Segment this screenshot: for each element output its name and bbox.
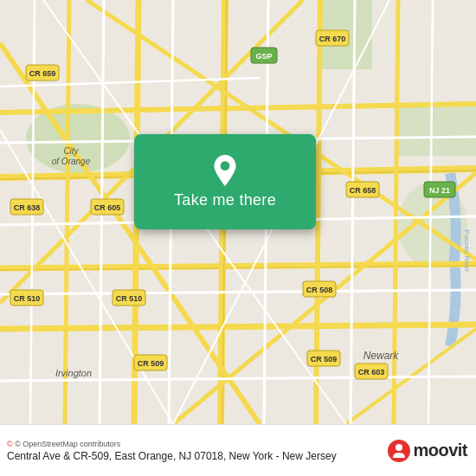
svg-text:CR 509: CR 509 <box>311 355 338 363</box>
svg-text:City: City <box>63 146 79 156</box>
svg-point-67 <box>221 161 230 170</box>
svg-text:Newark: Newark <box>363 350 400 362</box>
svg-text:CR 670: CR 670 <box>319 35 346 43</box>
svg-text:CR 509: CR 509 <box>138 359 164 368</box>
bottom-bar: © © OpenStreetMap contributors Central A… <box>0 424 476 476</box>
svg-text:GSP: GSP <box>255 52 272 61</box>
osm-credit: © © OpenStreetMap contributors <box>7 440 337 448</box>
svg-text:CR 603: CR 603 <box>358 368 385 376</box>
svg-text:CR 510: CR 510 <box>116 294 143 303</box>
svg-line-9 <box>0 325 476 329</box>
svg-text:CR 605: CR 605 <box>94 203 121 212</box>
svg-point-69 <box>396 444 402 451</box>
location-pin-icon <box>209 155 241 186</box>
moovit-text: moovit <box>413 441 467 460</box>
address-text: Central Ave & CR-509, East Orange, NJ 07… <box>7 450 337 462</box>
svg-text:NJ 21: NJ 21 <box>429 186 450 195</box>
take-me-there-button[interactable]: Take me there <box>134 134 316 229</box>
moovit-icon <box>387 439 411 463</box>
moovit-logo: moovit <box>387 439 467 463</box>
bottom-left-info: © © OpenStreetMap contributors Central A… <box>7 440 337 462</box>
svg-text:CR 510: CR 510 <box>14 294 41 303</box>
button-label: Take me there <box>174 191 276 209</box>
map-background: CR 659 CR 638 CR 605 CR 670 CR 658 NJ 21… <box>0 0 476 424</box>
svg-text:CR 658: CR 658 <box>350 186 376 195</box>
map-container: CR 659 CR 638 CR 605 CR 670 CR 658 NJ 21… <box>0 0 476 424</box>
svg-rect-3 <box>398 104 476 156</box>
svg-text:CR 638: CR 638 <box>14 203 41 212</box>
svg-text:of Orange: of Orange <box>52 157 91 166</box>
svg-text:Passaic River: Passaic River <box>463 230 471 273</box>
svg-text:CR 508: CR 508 <box>306 286 333 294</box>
svg-text:CR 659: CR 659 <box>29 69 56 78</box>
svg-text:Irvington: Irvington <box>55 368 92 378</box>
